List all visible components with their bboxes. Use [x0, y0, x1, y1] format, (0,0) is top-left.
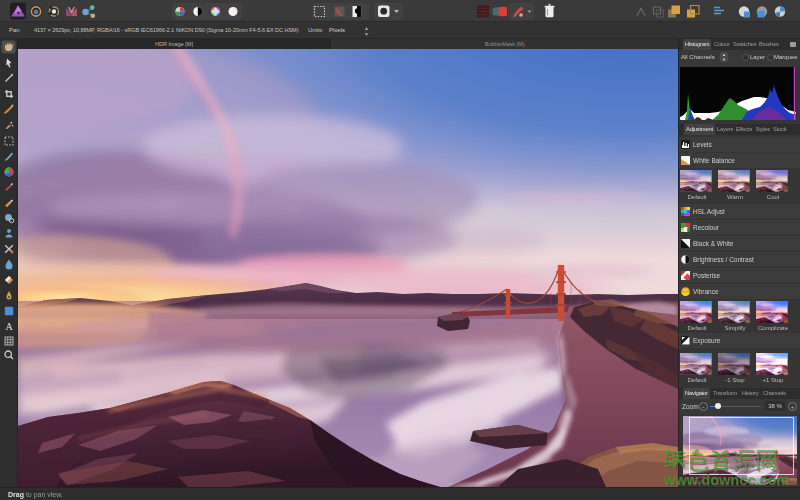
svg-text:A: A	[5, 321, 13, 332]
svg-text:www.downcc.com: www.downcc.com	[663, 472, 789, 488]
